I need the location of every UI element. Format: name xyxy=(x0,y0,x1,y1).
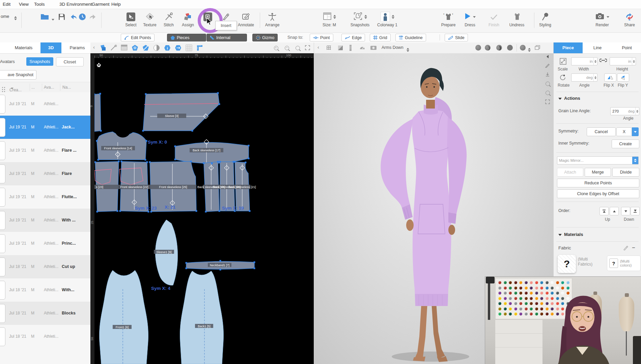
save-icon[interactable] xyxy=(58,13,65,22)
gizmo-toggle[interactable]: Gizmo xyxy=(252,34,278,41)
symmetry-x-button[interactable]: X xyxy=(616,127,632,136)
magic-mirror-dropdown[interactable]: Magic Mirror... xyxy=(557,156,639,164)
snapshot-row[interactable]: Jul 19 '21 M Athleti... With ... xyxy=(0,209,90,232)
info-hex-icon[interactable]: i xyxy=(164,44,171,53)
divide-button[interactable]: Divide xyxy=(612,168,639,177)
annotate-tool[interactable]: Annotate xyxy=(234,11,257,27)
snapshots-spinner[interactable] xyxy=(364,15,367,19)
expand-icon[interactable] xyxy=(545,99,550,105)
bring-to-front-button[interactable] xyxy=(600,207,609,215)
show-pieces-icon[interactable] xyxy=(99,44,107,53)
snapshot-camera-icon[interactable] xyxy=(370,45,377,52)
zoom-in-icon[interactable]: + xyxy=(274,46,278,52)
angle-input[interactable]: deg xyxy=(571,73,597,82)
slide-button[interactable]: Slide xyxy=(445,34,468,41)
pattern-2d-canvas[interactable]: Sleeve [3] Sym X: 0 Front sleeveless [14… xyxy=(94,58,314,364)
pieces-toggle[interactable]: Pieces xyxy=(167,34,206,41)
symmetry-dropdown[interactable] xyxy=(632,127,639,136)
edit-points-button[interactable]: Edit Points xyxy=(121,34,155,41)
scale-icon[interactable] xyxy=(560,58,566,66)
fabric-swatch[interactable]: ? xyxy=(558,255,576,273)
fabric-remove-icon[interactable]: − xyxy=(632,245,635,251)
share-tool[interactable]: Share xyxy=(618,11,641,27)
snap-grid-button[interactable]: Grid xyxy=(370,34,391,41)
dress-tool[interactable]: Dress xyxy=(458,11,481,27)
collapse-3d-icon[interactable]: ‹ xyxy=(317,44,319,50)
snap-guideline-button[interactable]: Guideline xyxy=(395,34,426,41)
home-label[interactable]: ome xyxy=(1,14,9,19)
snapshot-row[interactable]: Jul 19 '21 M Athleti... Flutte... xyxy=(0,185,90,209)
snapshot-row[interactable]: Jul 18 '21 M Athleti... With... xyxy=(0,278,90,302)
menu-3d-environment[interactable]: 3D Environment xyxy=(59,2,92,7)
grid-toggle-icon[interactable] xyxy=(186,44,192,53)
surface-shade-icon[interactable] xyxy=(338,45,343,52)
clone-edges-button[interactable]: Clone Edges by Offset xyxy=(557,189,639,198)
tab-materials[interactable]: Materials xyxy=(7,42,40,53)
merge-button[interactable]: Merge xyxy=(585,168,611,177)
redo-icon[interactable] xyxy=(88,13,96,22)
open-dropdown-chevron[interactable] xyxy=(51,16,54,22)
width-input[interactable]: in xyxy=(571,57,597,65)
flip-y-button[interactable] xyxy=(617,73,629,82)
history-clock-icon[interactable] xyxy=(79,13,86,22)
snapshot-row[interactable]: Jul 19 '21 M Athleti... Flare xyxy=(0,162,90,185)
zoom-reset-icon[interactable] xyxy=(296,46,300,52)
edit-pen-icon[interactable] xyxy=(545,63,550,69)
zoom-out-icon[interactable]: − xyxy=(285,46,289,52)
size-spinner[interactable] xyxy=(333,15,336,19)
dress-dropdown-chevron[interactable] xyxy=(473,16,476,18)
color-swatch[interactable]: ? xyxy=(609,259,618,268)
piece-mode-icon[interactable] xyxy=(132,44,138,53)
snapshot-row[interactable]: Jul 19 '21 M Athleti... Princ... xyxy=(0,232,90,255)
snap-point-button[interactable]: Point xyxy=(310,34,333,41)
inner-symmetry-create-button[interactable]: Create xyxy=(612,140,639,148)
half-shade-icon[interactable] xyxy=(153,44,160,53)
camera-view-icon[interactable] xyxy=(520,45,526,52)
snapshot-row[interactable]: Jul 18 '21 M Athleti... Blocks xyxy=(0,302,90,325)
window-view-icon[interactable] xyxy=(121,44,128,52)
menu-garment[interactable]: Garment xyxy=(92,2,110,7)
bring-forward-button[interactable] xyxy=(610,207,619,215)
colorway-swatch-group[interactable]: ? (Multi colors) xyxy=(607,255,641,271)
col-avatar[interactable]: Ava... xyxy=(44,85,54,90)
view-quarter-icon[interactable] xyxy=(485,45,491,52)
strip-zoom-in-icon[interactable] xyxy=(546,81,550,87)
gauge-icon[interactable] xyxy=(359,45,365,51)
snapshot-row[interactable]: Jul 19 '21 M Athleti... xyxy=(0,92,90,116)
collapse-left-icon[interactable]: ‹ xyxy=(93,44,95,50)
undo-icon[interactable] xyxy=(69,13,78,22)
download-icon[interactable] xyxy=(545,72,550,78)
subtab-closet[interactable]: Closet xyxy=(56,57,84,66)
popout-window-icon[interactable] xyxy=(535,45,540,51)
reduce-points-button[interactable]: Reduce Points xyxy=(557,179,639,187)
tape-measure-icon[interactable] xyxy=(349,44,352,53)
menu-edit[interactable]: Edit xyxy=(3,2,10,7)
height-input[interactable]: in xyxy=(610,57,636,65)
col-name[interactable]: Na... xyxy=(62,85,71,90)
collapse-right-icon[interactable] xyxy=(546,54,550,60)
fabric-edit-icon[interactable] xyxy=(623,245,628,252)
assign-tool[interactable]: Assign xyxy=(176,11,199,27)
actions-section-header[interactable]: Actions xyxy=(558,96,580,101)
arrange-tool[interactable]: Arrange xyxy=(261,11,284,27)
home-spinner[interactable] xyxy=(13,13,17,20)
colorway-tool[interactable]: Colorway 1 xyxy=(376,11,399,27)
save-snapshot-button[interactable]: ave Snapshot xyxy=(0,70,36,80)
internal-toggle[interactable]: Internal xyxy=(206,34,247,41)
view-front-icon[interactable] xyxy=(475,45,481,52)
view-side-icon[interactable] xyxy=(496,45,502,52)
rotate-icon[interactable] xyxy=(560,74,566,82)
zoom-fit-icon[interactable] xyxy=(305,45,310,52)
grain-angle-input[interactable]: 270deg xyxy=(610,107,639,115)
ruler-corner-icon[interactable] xyxy=(196,44,203,53)
tab-params[interactable]: Params xyxy=(64,42,90,53)
colorway-spinner[interactable] xyxy=(392,15,394,19)
pose-spinner[interactable] xyxy=(406,45,409,52)
render-dropdown-chevron[interactable] xyxy=(607,16,609,18)
camera-view-spinner[interactable] xyxy=(527,45,531,52)
symmetry-cancel-button[interactable]: Cancel xyxy=(587,127,616,136)
flip-x-button[interactable] xyxy=(604,73,616,82)
tab-line[interactable]: Line xyxy=(583,42,612,53)
subtab-snapshots[interactable]: Snapshots xyxy=(26,57,53,66)
tab-piece[interactable]: Piece xyxy=(554,42,583,53)
